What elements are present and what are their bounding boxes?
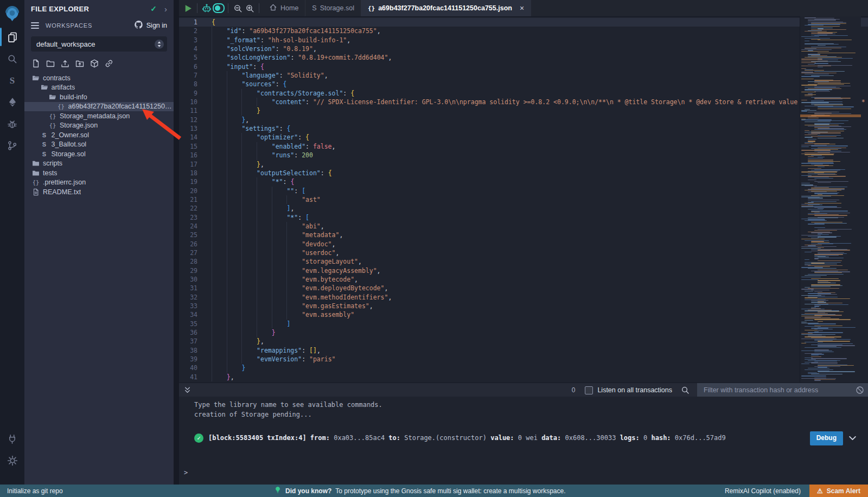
line-number: 10: [179, 98, 205, 106]
activity-debugger-icon[interactable]: [0, 113, 24, 135]
tab-strip: Home S Storage.sol {} a69b43f277ba20fcac…: [263, 0, 531, 16]
tree-item[interactable]: tests: [24, 168, 174, 178]
panel-title: FILE EXPLORER: [31, 5, 150, 13]
workspaces-menu-icon[interactable]: [31, 22, 39, 29]
tab-a69b43f277ba20fcac141151250ca755.json[interactable]: {} a69b43f277ba20fcac141151250ca755.json…: [361, 0, 531, 16]
tree-item[interactable]: {} Storage.json: [24, 121, 174, 131]
line-number: 30: [179, 275, 205, 284]
activity-plugin-manager-icon[interactable]: [0, 428, 24, 450]
workspace-template-icon[interactable]: [90, 59, 99, 68]
tree-item[interactable]: S 3_Ballot.sol: [24, 140, 174, 150]
copilot-status[interactable]: RemixAI Copilot (enabled): [725, 487, 801, 495]
did-you-know-tip: Did you know? To prototype using the Gno…: [274, 486, 566, 495]
code-editor[interactable]: 1 { 2 "id": "a69b43f277ba20fcac141151250…: [179, 16, 868, 383]
code-line: 11 }: [179, 106, 868, 115]
tree-item[interactable]: {} Storage_metadata.json: [24, 111, 174, 121]
line-number: 37: [179, 337, 205, 346]
workspace-select[interactable]: default_workspace: [31, 36, 167, 52]
line-number: 39: [179, 355, 205, 364]
tab-label: Home: [280, 4, 298, 12]
folder-closed-icon: [31, 160, 40, 167]
new-file-icon[interactable]: [31, 59, 40, 68]
terminal-toolbar: 0 Listen on all transactions: [179, 383, 868, 397]
copilot-toggle[interactable]: [213, 0, 225, 16]
activity-bar: S: [0, 0, 24, 485]
tree-item[interactable]: build-info: [24, 92, 174, 102]
new-folder-icon[interactable]: [46, 59, 55, 68]
clone-repository-icon[interactable]: [105, 59, 113, 68]
tree-item-label: README.txt: [43, 188, 81, 196]
workspace-stepper-icon: [155, 40, 164, 49]
zoom-out-button[interactable]: [232, 0, 244, 16]
warning-icon: ⚠: [817, 487, 823, 495]
run-script-button[interactable]: [182, 0, 194, 16]
line-number: 17: [179, 160, 205, 169]
code-line: 26 "devdoc",: [179, 240, 868, 248]
terminal-collapse-button[interactable]: [183, 386, 192, 394]
line-number: 27: [179, 248, 205, 257]
file-tree: contracts artifacts build-info {} a69b43…: [24, 73, 174, 197]
tree-item[interactable]: {} a69b43f277ba20fcac141151250ca7...: [24, 102, 174, 112]
listen-checkbox[interactable]: [585, 386, 593, 394]
tree-item[interactable]: artifacts: [24, 83, 174, 93]
tree-item[interactable]: contracts: [24, 73, 174, 83]
activity-deploy-run-icon[interactable]: [0, 91, 24, 113]
upload-file-icon[interactable]: [61, 59, 69, 68]
json-icon: {}: [368, 4, 375, 12]
line-number: 4: [179, 44, 205, 53]
line-number: 40: [179, 364, 205, 372]
line-number: 6: [179, 62, 205, 71]
activity-solidity-compiler-icon[interactable]: S: [0, 69, 24, 91]
remix-logo[interactable]: [0, 1, 24, 26]
panel-resize-handle[interactable]: [174, 0, 179, 485]
tree-item-label: tests: [43, 169, 57, 177]
upload-folder-icon[interactable]: [75, 59, 84, 68]
tree-item[interactable]: README.txt: [24, 187, 174, 197]
code-line: 20 "": [: [179, 187, 868, 195]
line-number: 19: [179, 177, 205, 186]
code-line: 33 "evm.gasEstimates",: [179, 302, 868, 310]
terminal-search-icon[interactable]: [681, 386, 690, 394]
line-number: 38: [179, 346, 205, 355]
scam-alert-label: Scam Alert: [827, 487, 860, 495]
activity-search-icon[interactable]: [0, 48, 24, 69]
tab-Home[interactable]: Home: [263, 0, 305, 16]
zoom-in-button[interactable]: [244, 0, 256, 16]
activity-settings-icon[interactable]: [0, 450, 24, 471]
tree-item-label: contracts: [43, 74, 71, 82]
solidity-file-icon: S: [40, 141, 49, 148]
activity-git-icon[interactable]: [0, 135, 24, 156]
terminal-log-line: Type the library name to see available c…: [194, 400, 868, 410]
git-init-button[interactable]: Initialize as git repo: [7, 487, 63, 495]
tree-item[interactable]: scripts: [24, 159, 174, 169]
json-icon: {}: [57, 103, 66, 110]
main-area: Home S Storage.sol {} a69b43f277ba20fcac…: [179, 0, 868, 485]
line-number: 3: [179, 36, 205, 44]
sign-in-label: Sign in: [146, 22, 167, 29]
solidity-file-icon: S: [40, 132, 49, 138]
clear-filter-icon[interactable]: [856, 386, 864, 394]
transaction-row[interactable]: ✓ [block:5583405 txIndex:4] from: 0xa03.…: [194, 431, 859, 445]
debug-button[interactable]: Debug: [810, 431, 843, 445]
tab-Storage.sol[interactable]: S Storage.sol: [305, 0, 361, 16]
tree-item[interactable]: {} .prettierrc.json: [24, 178, 174, 188]
activity-file-explorer-icon[interactable]: [0, 26, 24, 48]
code-line: 38 "remappings": [],: [179, 346, 868, 355]
close-icon[interactable]: ×: [520, 4, 524, 12]
transaction-filter-input[interactable]: [697, 383, 868, 397]
minimap[interactable]: [800, 16, 861, 383]
code-line: 39 "evmVersion": "paris": [179, 355, 868, 364]
tree-item[interactable]: S Storage.sol: [24, 149, 174, 159]
terminal-prompt[interactable]: >: [184, 468, 188, 478]
scam-alert-badge[interactable]: ⚠ Scam Alert: [809, 485, 868, 497]
terminal[interactable]: Type the library name to see available c…: [179, 397, 868, 485]
tip-title: Did you know?: [285, 487, 331, 495]
expand-transaction-icon[interactable]: [848, 434, 857, 443]
tree-item[interactable]: S 2_Owner.sol: [24, 130, 174, 140]
sign-in-button[interactable]: Sign in: [134, 20, 167, 31]
code-line: 1 {: [179, 18, 868, 27]
ai-copilot-icon[interactable]: [201, 0, 213, 16]
chevron-right-icon[interactable]: ›: [164, 4, 167, 14]
check-icon[interactable]: ✓: [150, 4, 157, 13]
tree-item-label: artifacts: [52, 84, 75, 91]
